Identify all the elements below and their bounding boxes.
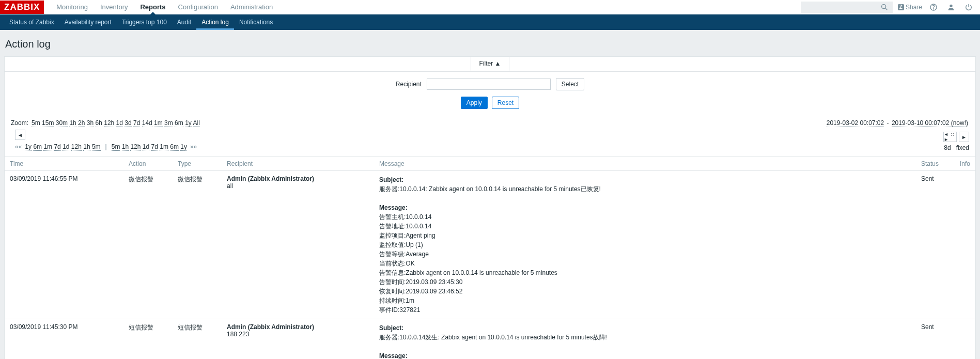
zoom-option-3d[interactable]: 3d [125, 119, 131, 127]
svg-point-3 [933, 8, 934, 9]
col-header-status: Status [916, 157, 955, 171]
user-icon[interactable] [945, 3, 957, 11]
zoom-option-1h[interactable]: 1h [69, 119, 76, 127]
topnav-item-reports[interactable]: Reports [134, 0, 172, 14]
shift-fwd-1y[interactable]: 1y [180, 143, 187, 151]
subnav-item-action-log[interactable]: Action log [196, 14, 234, 30]
action-log-table: TimeActionTypeRecipientMessageStatusInfo… [5, 157, 975, 359]
shift-back-1d[interactable]: 1d [63, 143, 69, 151]
zoom-option-1y[interactable]: 1y [185, 119, 192, 127]
cell-info [955, 171, 975, 319]
zoom-option-7d[interactable]: 7d [133, 119, 140, 127]
table-row: 03/09/2019 11:46:55 PM微信报警微信报警Admin (Zab… [5, 171, 975, 319]
search-input[interactable] [801, 2, 878, 13]
nav-zoom-button[interactable]: ◄ :: ► [943, 132, 957, 142]
shift-fwd-6m[interactable]: 6m [170, 143, 179, 151]
time-mode[interactable]: fixed [956, 144, 969, 151]
shift-fwd-label[interactable]: »» [190, 143, 197, 150]
zoom-option-1m[interactable]: 1m [154, 119, 163, 127]
cell-status: Sent [916, 319, 955, 360]
topnav-item-monitoring[interactable]: Monitoring [50, 0, 94, 14]
filter-tab-label: Filter ▲ [479, 60, 501, 67]
cell-message: Subject:服务器:10.0.0.14: Zabbix agent on 1… [374, 171, 916, 319]
nav-prev-button[interactable]: ◄ [15, 130, 25, 140]
cell-message: Subject:服务器:10.0.0.14发生: Zabbix agent on… [374, 319, 916, 360]
subnav-item-audit[interactable]: Audit [172, 14, 196, 30]
apply-button[interactable]: Apply [461, 97, 488, 109]
topnav-item-configuration[interactable]: Configuration [172, 0, 224, 14]
share-label: Share [906, 4, 922, 11]
recipient-input[interactable] [427, 79, 551, 90]
subnav-item-availability-report[interactable]: Availability report [59, 14, 117, 30]
reset-button[interactable]: Reset [492, 97, 519, 109]
shift-fwd-1d[interactable]: 1d [143, 143, 149, 151]
subnav-item-status-of-zabbix[interactable]: Status of Zabbix [4, 14, 59, 30]
cell-recipient: Admin (Zabbix Administrator)188 223 [222, 319, 374, 360]
shift-fwd-12h[interactable]: 12h [130, 143, 141, 151]
cell-time: 03/09/2019 11:45:30 PM [5, 319, 123, 360]
zoom-option-6m[interactable]: 6m [175, 119, 183, 127]
shift-back-1m[interactable]: 1m [43, 143, 52, 151]
zoom-option-All[interactable]: All [193, 119, 199, 127]
cell-time: 03/09/2019 11:46:55 PM [5, 171, 123, 319]
col-header-info: Info [955, 157, 975, 171]
topnav-item-inventory[interactable]: Inventory [94, 0, 134, 14]
shift-back-label[interactable]: «« [15, 143, 22, 150]
search-icon[interactable] [878, 3, 891, 11]
zoom-option-14d[interactable]: 14d [142, 119, 152, 127]
filter-panel: Filter ▲ Recipient Select Apply Reset Zo… [4, 56, 976, 359]
cell-info [955, 319, 975, 360]
shift-fwd-7d[interactable]: 7d [151, 143, 158, 151]
zoom-option-30m[interactable]: 30m [56, 119, 68, 127]
shift-fwd-1h[interactable]: 1h [122, 143, 129, 151]
zoom-option-1d[interactable]: 1d [116, 119, 123, 127]
zoom-option-15m[interactable]: 15m [42, 119, 54, 127]
zoom-option-2h[interactable]: 2h [78, 119, 85, 127]
zoom-option-5m[interactable]: 5m [32, 119, 40, 127]
time-span: 8d [944, 144, 951, 151]
select-button[interactable]: Select [556, 78, 584, 90]
col-header-time: Time [5, 157, 123, 171]
filter-toggle-tab[interactable]: Filter ▲ [471, 56, 510, 71]
logo[interactable]: ZABBIX [0, 1, 44, 14]
zoom-option-12h[interactable]: 12h [104, 119, 114, 127]
col-header-message: Message [374, 157, 916, 171]
nav-next-button[interactable]: ► [959, 132, 969, 142]
zoom-option-3h[interactable]: 3h [87, 119, 94, 127]
power-icon[interactable] [962, 3, 975, 11]
shift-back-1y[interactable]: 1y [25, 143, 32, 151]
cell-action: 短信报警 [123, 319, 173, 360]
search-wrap [801, 2, 893, 13]
cell-recipient: Admin (Zabbix Administrator)all [222, 171, 374, 319]
col-header-recipient: Recipient [222, 157, 374, 171]
subnav: Status of ZabbixAvailability reportTrigg… [0, 14, 980, 30]
shift-back-6m[interactable]: 6m [33, 143, 42, 151]
svg-point-0 [882, 4, 886, 8]
svg-point-4 [950, 4, 952, 7]
zoom-option-3m[interactable]: 3m [164, 119, 173, 127]
share-button[interactable]: Z Share [898, 4, 922, 11]
col-header-action: Action [123, 157, 173, 171]
recipient-label: Recipient [396, 81, 422, 88]
shift-fwd-1m[interactable]: 1m [160, 143, 168, 151]
shift-back-12h[interactable]: 12h [71, 143, 82, 151]
range-from[interactable]: 2019-03-02 00:07:02 [827, 119, 884, 127]
shift-fwd-5m[interactable]: 5m [112, 143, 120, 151]
zoom-label: Zoom: [11, 119, 28, 127]
range-to[interactable]: 2019-03-10 00:07:02 (now!) [892, 119, 968, 127]
shift-back-5m[interactable]: 5m [92, 143, 101, 151]
shift-back-1h[interactable]: 1h [83, 143, 90, 151]
cell-action: 微信报警 [123, 171, 173, 319]
topnav: ZABBIX MonitoringInventoryReportsConfigu… [0, 0, 980, 14]
shift-back-7d[interactable]: 7d [54, 143, 60, 151]
subnav-item-notifications[interactable]: Notifications [234, 14, 278, 30]
cell-type: 短信报警 [173, 319, 222, 360]
topnav-item-administration[interactable]: Administration [224, 0, 279, 14]
page-title: Action log [5, 38, 976, 50]
cell-status: Sent [916, 171, 955, 319]
help-icon[interactable] [927, 3, 940, 11]
zoom-option-6h[interactable]: 6h [96, 119, 102, 127]
table-header-row: TimeActionTypeRecipientMessageStatusInfo [5, 157, 975, 171]
subnav-item-triggers-top-100[interactable]: Triggers top 100 [117, 14, 172, 30]
z-badge-icon: Z [898, 4, 904, 10]
